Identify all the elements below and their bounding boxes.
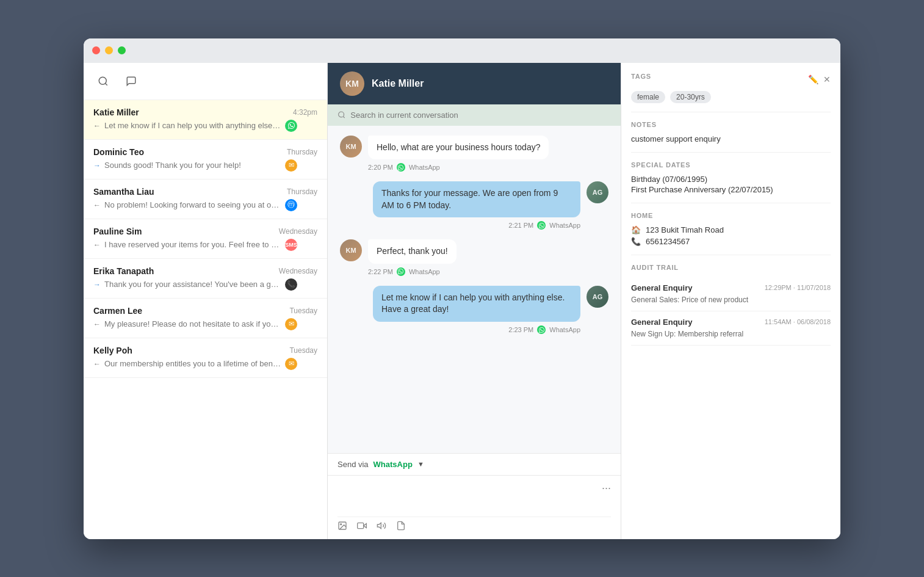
audit-time-2: 11:54AM · 06/08/2018: [765, 318, 831, 325]
phone-icon: 📞: [631, 237, 641, 246]
message-input-area: ···: [328, 475, 621, 539]
message-meta-4: 2:23 PM WhatsApp: [373, 325, 580, 334]
maximize-dot[interactable]: [118, 46, 126, 54]
image-icon[interactable]: [337, 521, 347, 533]
channel-icon-email: ✉: [285, 318, 297, 330]
chat-search-input[interactable]: [350, 111, 611, 120]
conv-name: Samantha Liau: [93, 187, 154, 197]
conversation-item-kelly[interactable]: Kelly Poh Tuesday ← Our membership entit…: [84, 338, 327, 378]
video-icon[interactable]: [357, 521, 367, 533]
direction-icon: ←: [93, 360, 101, 368]
conversation-item-samantha[interactable]: Samantha Liau Thursday ← No problem! Loo…: [84, 180, 327, 219]
chat-search-bar: [328, 104, 621, 126]
attachment-icon[interactable]: [396, 521, 406, 533]
conversation-item-erika[interactable]: Erika Tanapath Wednesday → Thank you for…: [84, 259, 327, 299]
send-via-channel[interactable]: WhatsApp: [374, 460, 413, 469]
conv-time: 4:32pm: [293, 108, 317, 117]
conv-preview-text: Our membership entitles you to a lifetim…: [104, 359, 281, 368]
sidebar: Katie Miller 4:32pm ← Let me know if I c…: [84, 63, 328, 539]
direction-icon: →: [93, 280, 101, 289]
audit-section-title: AUDIT TRAIL: [631, 264, 831, 271]
tag-female: female: [631, 91, 665, 103]
conversation-item-carmen[interactable]: Carmen Lee Tuesday ← My pleasure! Please…: [84, 299, 327, 338]
conversation-item-pauline[interactable]: Pauline Sim Wednesday ← I have reserved …: [84, 219, 327, 259]
message-time-3: 2:22 PM: [368, 268, 393, 275]
conv-time: Thursday: [287, 148, 317, 156]
audit-item-2: General Enquiry 11:54AM · 06/08/2018 New…: [631, 311, 831, 346]
message-time-4: 2:23 PM: [508, 326, 533, 333]
message-avatar-1: KM: [340, 136, 362, 158]
message-bubble-1: Hello, what are your business hours toda…: [368, 136, 549, 160]
audio-icon[interactable]: [377, 521, 386, 533]
direction-icon: ←: [93, 241, 101, 249]
message-input[interactable]: [337, 498, 611, 513]
close-dot[interactable]: [92, 46, 100, 54]
channel-icon-messenger: ⓜ: [285, 199, 297, 211]
direction-icon: ←: [93, 122, 101, 130]
notes-section-title: NOTES: [631, 121, 831, 128]
svg-marker-6: [364, 523, 367, 528]
chat-header-avatar: KM: [340, 71, 364, 96]
conversation-item-katie[interactable]: Katie Miller 4:32pm ← Let me know if I c…: [84, 100, 327, 140]
message-bubble-3: Perfect, thank you!: [368, 239, 457, 264]
audit-time-1: 12:29PM · 11/07/2018: [765, 284, 831, 291]
conv-preview-text: My pleasure! Please do not hesitate to a…: [104, 319, 281, 328]
tag-actions: ✏️ ✕: [808, 74, 831, 84]
audit-item-1: General Enquiry 12:29PM · 11/07/2018 Gen…: [631, 277, 831, 311]
channel-icon-email: ✉: [285, 159, 297, 172]
tags-section-title: TAGS: [631, 73, 651, 80]
sidebar-toolbar: [84, 63, 327, 100]
special-date-anniversary: First Purchase Anniversary (22/07/2015): [631, 185, 831, 194]
whatsapp-icon-1: [397, 163, 405, 172]
channel-icon-email: ✉: [285, 358, 297, 370]
message-avatar-3: KM: [340, 239, 362, 261]
audit-desc-1: General Sales: Price of new product: [631, 296, 748, 304]
compose-icon[interactable]: [121, 71, 141, 91]
conv-time: Wednesday: [279, 267, 317, 275]
svg-point-0: [99, 77, 106, 84]
home-address-row: 🏠 123 Bukit Timah Road: [631, 225, 831, 234]
edit-tags-button[interactable]: ✏️: [808, 74, 818, 84]
svg-line-3: [343, 117, 344, 118]
message-channel-1: WhatsApp: [409, 164, 440, 171]
chat-search-icon: [337, 111, 345, 119]
svg-rect-7: [358, 523, 364, 528]
tags-section-header: TAGS ✏️ ✕: [631, 73, 831, 86]
message-meta-1: 2:20 PM WhatsApp: [368, 163, 549, 172]
direction-icon: ←: [93, 320, 101, 328]
minimize-dot[interactable]: [105, 46, 113, 54]
conv-name: Pauline Sim: [93, 227, 142, 236]
svg-point-2: [339, 112, 344, 117]
chat-toolbar: [337, 517, 611, 533]
tags-list: female 20-30yrs: [631, 91, 831, 103]
special-dates-section-title: SPECIAL DATES: [631, 161, 831, 169]
message-row-4: Let me know if I can help you with anyth…: [340, 286, 608, 334]
conversation-item-dominic[interactable]: Dominic Teo Thursday → Sounds good! Than…: [84, 140, 327, 180]
conv-preview-text: Let me know if I can help you with anyth…: [104, 121, 281, 130]
message-meta-3: 2:22 PM WhatsApp: [368, 267, 457, 276]
home-phone-row: 📞 6561234567: [631, 237, 831, 246]
chat-header-name: Katie Miller: [372, 78, 424, 89]
message-avatar-4: AG: [587, 286, 608, 308]
conv-preview-text: Thank you for your assistance! You've be…: [104, 280, 281, 289]
message-bubble-2: Thanks for your message. We are open fro…: [373, 181, 580, 217]
chat-header: KM Katie Miller: [328, 63, 621, 104]
conv-preview-text: Sounds good! Thank you for your help!: [104, 161, 281, 170]
audit-title-2: General Enquiry: [631, 318, 692, 327]
search-icon[interactable]: [93, 71, 113, 91]
whatsapp-icon-4: [537, 325, 546, 334]
close-tags-button[interactable]: ✕: [823, 74, 831, 84]
audit-desc-2: New Sign Up: Membership referral: [631, 330, 743, 338]
send-via-chevron-icon[interactable]: ▼: [417, 460, 424, 468]
conv-preview-text: I have reserved your items for you. Feel…: [104, 240, 281, 249]
conv-name: Carmen Lee: [93, 306, 142, 316]
message-time-1: 2:20 PM: [368, 164, 393, 171]
message-channel-4: WhatsApp: [549, 326, 580, 333]
svg-line-1: [105, 83, 107, 85]
titlebar: [84, 38, 840, 63]
more-options-icon[interactable]: ···: [602, 482, 611, 495]
message-channel-2: WhatsApp: [549, 222, 580, 229]
tag-age: 20-30yrs: [670, 91, 711, 103]
conversation-list: Katie Miller 4:32pm ← Let me know if I c…: [84, 100, 327, 539]
send-via-label: Send via: [337, 460, 369, 469]
